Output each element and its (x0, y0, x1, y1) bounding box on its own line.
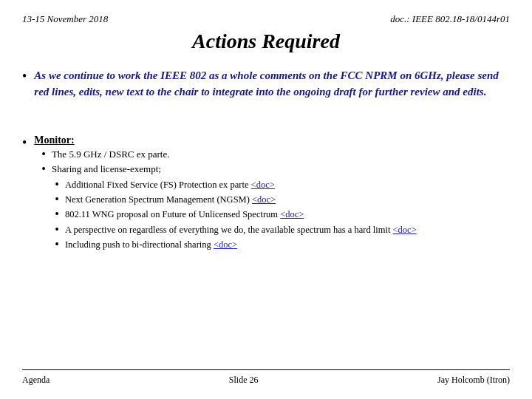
sub-bullet-dot-2: • (41, 163, 46, 176)
sub-sub-dot-2: • (55, 208, 59, 221)
bullet-item-2: • Monitor: • The 5.9 GHz / DSRC ex parte… (22, 134, 510, 251)
bullet-text-1: As we continue to work the IEEE 802 as a… (34, 68, 510, 100)
sub-sub-text-3: A perspective on regardless of everythin… (65, 223, 417, 236)
sub-sub-dot-3: • (55, 223, 59, 236)
sub-sub-bullet-0: • Additional Fixed Service (FS) Protecti… (55, 178, 416, 191)
sub-sub-text-2: 802.11 WNG proposal on Future of Unlicen… (65, 208, 304, 221)
footer-right: Jay Holcomb (Itron) (437, 375, 510, 386)
content-area: • As we continue to work the IEEE 802 as… (22, 68, 510, 369)
bullet-dot-1: • (22, 68, 27, 85)
spacer (22, 111, 510, 124)
sub-sub-dot-1: • (55, 193, 59, 206)
page-title: Actions Required (192, 30, 340, 52)
footer-left: Agenda (22, 375, 50, 386)
sub-bullet-text-1: The 5.9 GHz / DSRC ex parte. (52, 148, 170, 162)
header: 13-15 November 2018 doc.: IEEE 802.18-18… (22, 13, 510, 25)
slide: 13-15 November 2018 doc.: IEEE 802.18-18… (0, 0, 532, 399)
sub-sub-bullet-4: • Including push to bi-directional shari… (55, 238, 416, 251)
sub-bullet-text-2: Sharing and license-exempt; (52, 163, 161, 177)
footer-center: Slide 26 (229, 375, 259, 386)
sub-sub-dot-4: • (55, 238, 59, 251)
sub-sub-dot-0: • (55, 178, 59, 191)
sub-sub-bullet-1: • Next Generation Spectrum Management (N… (55, 193, 416, 206)
sub-sub-bullet-2: • 802.11 WNG proposal on Future of Unlic… (55, 208, 416, 221)
footer: Agenda Slide 26 Jay Holcomb (Itron) (22, 369, 510, 386)
bullet-dot-2: • (22, 134, 27, 151)
title-section: Actions Required (22, 30, 510, 53)
sub-bullet-2: • Sharing and license-exempt; (41, 163, 416, 177)
sub-sub-text-4: Including push to bi-directional sharing… (65, 238, 237, 251)
monitor-content: Monitor: • The 5.9 GHz / DSRC ex parte. … (34, 134, 416, 251)
sub-bullet-dot-1: • (41, 148, 46, 161)
sub-bullet-1: • The 5.9 GHz / DSRC ex parte. (41, 148, 416, 162)
monitor-label: Monitor: (34, 134, 416, 146)
header-doc: doc.: IEEE 802.18-18/0144r01 (390, 13, 510, 25)
header-date: 13-15 November 2018 (22, 13, 108, 25)
bullet-item-1: • As we continue to work the IEEE 802 as… (22, 68, 510, 100)
sub-sub-text-1: Next Generation Spectrum Management (NGS… (65, 193, 276, 206)
sub-sub-bullet-3: • A perspective on regardless of everyth… (55, 223, 416, 236)
sub-sub-text-0: Additional Fixed Service (FS) Protection… (65, 178, 275, 191)
